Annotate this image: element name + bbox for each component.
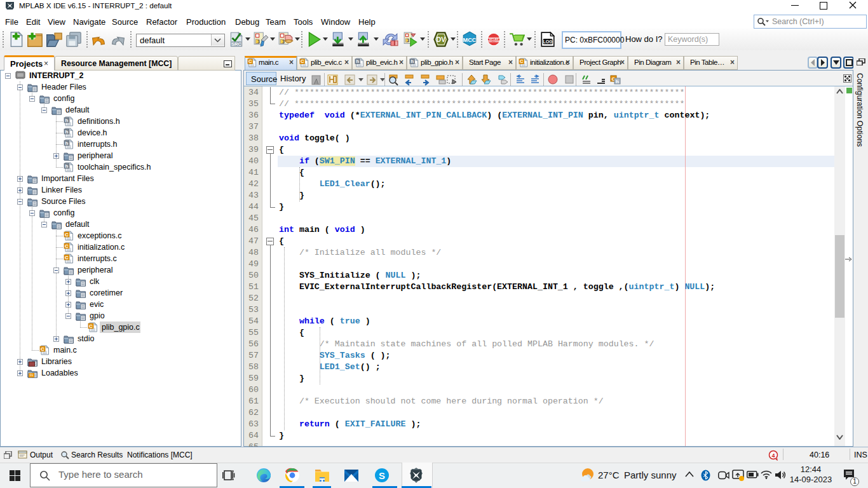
- svg-text:S: S: [379, 470, 385, 481]
- svg-text:4: 4: [771, 452, 775, 459]
- svg-text:h: h: [616, 79, 619, 85]
